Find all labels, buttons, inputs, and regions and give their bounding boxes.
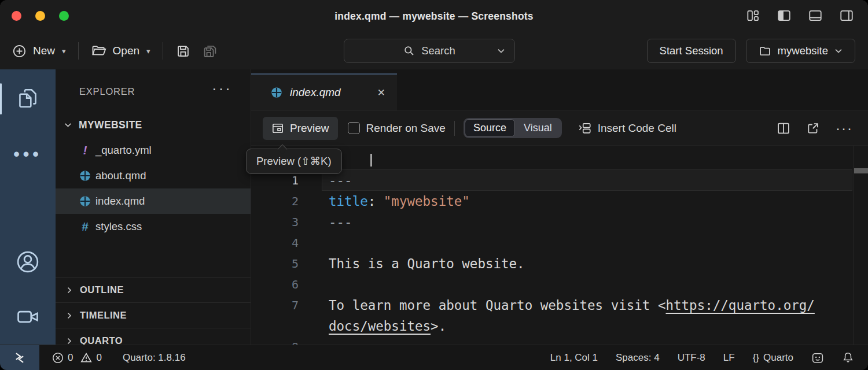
video-camera-icon[interactable]: [0, 304, 56, 330]
warning-count: 0: [96, 352, 101, 364]
remote-icon: [13, 352, 26, 364]
search-input[interactable]: Search: [344, 39, 515, 63]
remote-indicator[interactable]: [0, 345, 39, 370]
divider: [454, 121, 455, 136]
preview-icon: [271, 122, 284, 135]
insert-code-cell-label: Insert Code Cell: [598, 122, 676, 135]
more-views-icon[interactable]: •••: [0, 145, 56, 164]
code-line[interactable]: 4: [251, 232, 868, 253]
split-editor-icon[interactable]: [777, 121, 790, 135]
section-quarto[interactable]: QUARTO: [56, 328, 251, 345]
notifications-bell-icon[interactable]: [842, 352, 854, 364]
line-number: 2: [251, 194, 299, 208]
yaml-string: "mywebsite": [384, 194, 470, 209]
file-tree: MYWEBSITE ! _quarto.yml about.qmd: [56, 112, 251, 239]
language-mode[interactable]: {} Quarto: [753, 352, 793, 364]
line-number: 4: [251, 236, 299, 250]
save-all-button[interactable]: [202, 43, 218, 59]
divider: [78, 42, 79, 60]
file-row-quarto-yml[interactable]: ! _quarto.yml: [56, 138, 251, 163]
file-row-index-qmd[interactable]: index.qmd: [56, 188, 251, 214]
code-text: ---: [329, 214, 352, 230]
line-number: 3: [251, 215, 299, 229]
save-all-icon: [202, 43, 218, 59]
indentation[interactable]: Spaces: 4: [616, 352, 660, 364]
start-session-button[interactable]: Start Session: [647, 39, 736, 63]
cursor-position[interactable]: Ln 1, Col 1: [550, 352, 598, 364]
section-timeline[interactable]: TIMELINE: [56, 302, 251, 328]
tab-index-qmd[interactable]: index.qmd ✕: [251, 73, 397, 110]
code-line[interactable]: 7 To learn more about Quarto websites vi…: [251, 295, 868, 316]
code-line-wrap[interactable]: docs/websites>.: [251, 316, 868, 336]
preview-button[interactable]: Preview: [263, 117, 338, 140]
line-number: 6: [251, 278, 299, 291]
scrollbar-cursor-marker: [854, 168, 868, 173]
toggle-bottom-panel-icon[interactable]: [808, 8, 823, 23]
new-button[interactable]: New ▾: [12, 43, 66, 59]
code-line[interactable]: 6: [251, 274, 868, 295]
section-label: TIMELINE: [80, 310, 127, 321]
render-on-save-label: Render on Save: [366, 122, 446, 135]
render-on-save-checkbox[interactable]: [348, 122, 360, 134]
explorer-view-icon[interactable]: [0, 86, 56, 111]
chevron-down-icon: [834, 48, 843, 54]
preview-button-label: Preview: [290, 122, 329, 135]
explorer-more-icon[interactable]: ···: [212, 80, 232, 98]
toggle-right-panel-icon[interactable]: [839, 8, 854, 23]
editor-toolbar: Preview Render on Save Source Visual Ins…: [251, 111, 868, 146]
section-label: QUARTO: [80, 335, 123, 345]
code-line[interactable]: 8: [251, 336, 868, 345]
tooltip-text: Preview (⇧⌘K): [256, 155, 332, 168]
code-line[interactable]: 1 ---: [251, 170, 868, 191]
file-name: about.qmd: [95, 169, 146, 182]
line-number: 7: [251, 298, 299, 312]
visual-mode-button[interactable]: Visual: [515, 119, 561, 137]
editor-scrollbar[interactable]: [853, 146, 868, 345]
customize-layout-icon[interactable]: [745, 8, 760, 23]
chevron-down-icon: [63, 120, 73, 130]
save-button[interactable]: [175, 43, 191, 59]
quarto-version[interactable]: Quarto: 1.8.16: [123, 352, 186, 364]
activity-bar: •••: [0, 69, 56, 345]
insert-code-cell-button[interactable]: Insert Code Cell: [578, 122, 676, 135]
code-editor[interactable]: 1 --- 2 title: "mywebsite" 3 --- 4: [251, 146, 868, 345]
error-count: 0: [68, 352, 73, 364]
open-in-new-window-icon[interactable]: [806, 121, 820, 135]
new-button-label: New: [33, 45, 55, 57]
source-mode-button[interactable]: Source: [465, 119, 515, 137]
open-button[interactable]: Open ▾: [91, 43, 150, 59]
section-outline[interactable]: OUTLINE: [56, 277, 251, 302]
file-name: index.qmd: [95, 195, 145, 208]
account-icon[interactable]: [0, 249, 56, 275]
tree-root-row[interactable]: MYWEBSITE: [56, 112, 251, 138]
root-folder-label: MYWEBSITE: [79, 119, 142, 131]
code-link[interactable]: docs/websites: [329, 319, 431, 334]
title-bar: index.qmd — mywebsite — Screenshots: [0, 0, 868, 32]
tab-strip: index.qmd ✕: [251, 69, 868, 111]
chevron-right-icon: [65, 286, 74, 295]
close-tab-icon[interactable]: ✕: [377, 87, 385, 99]
workspace-button[interactable]: mywebsite: [746, 39, 855, 63]
source-visual-toggle: Source Visual: [464, 118, 562, 138]
code-line[interactable]: 5 This is a Quarto website.: [251, 253, 868, 274]
code-line[interactable]: 3 ---: [251, 212, 868, 232]
code-line[interactable]: 2 title: "mywebsite": [251, 191, 868, 212]
feedback-smiley-icon[interactable]: [811, 352, 824, 364]
yaml-exclamation-icon: !: [83, 143, 87, 157]
code-link[interactable]: https://quarto.org/: [665, 298, 814, 313]
file-row-about-qmd[interactable]: about.qmd: [56, 163, 251, 188]
workspace-label: mywebsite: [778, 45, 828, 57]
explorer-panel: EXPLORER ··· MYWEBSITE ! _quarto.yml: [56, 69, 251, 345]
top-action-bar: New ▾ Open ▾: [0, 32, 868, 69]
problems-indicator[interactable]: 0 0: [52, 352, 102, 364]
more-actions-icon[interactable]: ···: [836, 125, 853, 131]
file-row-styles-css[interactable]: # styles.css: [56, 214, 251, 239]
encoding[interactable]: UTF-8: [678, 352, 705, 364]
tab-label: index.qmd: [290, 86, 341, 99]
eol-type[interactable]: LF: [723, 352, 735, 364]
code-text: ---: [329, 173, 352, 188]
chevron-right-icon: [65, 336, 74, 345]
toggle-left-panel-icon[interactable]: [777, 8, 792, 23]
yaml-key: title: [329, 194, 368, 209]
code-text: This is a Quarto website.: [329, 256, 525, 271]
